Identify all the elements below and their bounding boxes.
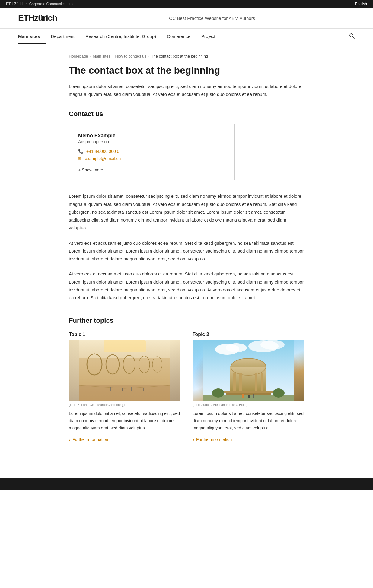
logo-eth: ETH [18,13,34,23]
contact-phone-number: +41 44/000 000 0 [86,149,119,154]
topic-1-caption: (ETH Zürich / Gian Marco Castelberg) [69,403,180,407]
nav-item-research[interactable]: Research (Centre, Institute, Group) [80,30,161,44]
breadcrumb-sep-2: › [112,55,113,58]
topbar: ETH Zürich › Corporate Communications En… [0,0,373,8]
breadcrumb-sep-3: › [148,55,149,58]
site-footer [0,478,373,490]
svg-point-33 [273,388,285,398]
svg-rect-27 [255,373,257,391]
svg-point-19 [226,343,247,352]
further-topics-heading: Further topics [69,317,304,325]
svg-point-32 [212,388,224,398]
svg-rect-13 [122,388,123,391]
body-paragraph-2: At vero eos et accusam et justo duo dolo… [69,239,304,263]
breadcrumb-current: The contact box at the beginning [151,54,208,58]
svg-point-21 [260,340,285,350]
show-more-button[interactable]: + Show more [78,168,103,172]
svg-rect-36 [253,394,254,398]
email-icon: ✉ [78,156,82,161]
topbar-separator: › [26,2,27,6]
further-topics-section: Further topics Topic 1 [69,317,304,442]
breadcrumb-sep-1: › [90,55,91,58]
topbar-site[interactable]: ETH Zürich [6,2,24,6]
site-subtitle: CC Best Practice Website for AEM Authors [69,16,355,21]
contact-section-heading: Contact us [69,110,304,118]
svg-rect-16 [104,340,146,352]
svg-rect-15 [143,388,144,391]
topic-2: Topic 2 [193,332,304,442]
topics-grid: Topic 1 [69,332,304,442]
breadcrumb-home[interactable]: Homepage [69,54,88,58]
main-nav: Main sites Department Research (Centre, … [0,29,373,45]
body-paragraph-3: At vero eos et accusam et justo duo dolo… [69,270,304,302]
main-content: Homepage › Main sites › How to contact u… [51,45,322,460]
topic-2-further-info-label: Further information [196,437,232,442]
contact-role: Ansprechperson [78,139,225,144]
breadcrumb-how-to-contact[interactable]: How to contact us [115,54,146,58]
breadcrumb-main-sites[interactable]: Main sites [93,54,110,58]
topic-2-further-info-link[interactable]: Further information [193,437,304,442]
svg-rect-12 [110,387,111,391]
topic-1-further-info-link[interactable]: Further information [69,437,180,442]
breadcrumb: Homepage › Main sites › How to contact u… [69,54,304,58]
svg-line-1 [353,37,355,39]
site-header: ETHzürich CC Best Practice Website for A… [0,8,373,29]
topic-1-further-info-label: Further information [72,437,108,442]
topbar-section[interactable]: Corporate Communications [29,2,73,6]
topic-2-text: Lorem ipsum dolor sit amet, consetetur s… [193,410,304,432]
topic-1-image [69,340,180,401]
nav-items: Main sites Department Research (Centre, … [18,30,349,44]
svg-rect-9 [79,385,170,401]
logo-zurich: zürich [34,13,57,23]
svg-rect-29 [224,391,273,393]
contact-phone[interactable]: 📞 +41 44/000 000 0 [78,149,225,154]
nav-item-main-sites[interactable]: Main sites [18,30,46,44]
svg-rect-35 [248,395,250,398]
body-paragraph-1: Lorem ipsum dolor sit amet, consetetur s… [69,192,304,232]
svg-rect-25 [233,373,236,391]
nav-item-department[interactable]: Department [46,30,80,44]
contact-email[interactable]: ✉ example@email.ch [78,156,225,161]
topic-1: Topic 1 [69,332,180,442]
svg-rect-28 [261,373,263,391]
svg-rect-26 [239,373,242,391]
topic-2-image-container [193,340,304,401]
topic-2-caption: (ETH Zürich / Alessandro Della Bella) [193,403,304,407]
topbar-breadcrumb: ETH Zürich › Corporate Communications [6,2,73,6]
svg-rect-34 [242,394,244,398]
intro-text: Lorem ipsum dolor sit amet, consetetur s… [69,83,304,98]
phone-icon: 📞 [78,149,83,154]
contact-name: Memo Example [78,133,225,139]
contact-email-address: example@email.ch [85,156,121,161]
topic-2-image [193,340,304,401]
topic-1-image-container [69,340,180,401]
site-logo[interactable]: ETHzürich [18,13,57,23]
nav-item-project[interactable]: Project [196,30,221,44]
language-switcher[interactable]: English [355,2,367,6]
topic-2-title: Topic 2 [193,332,304,337]
nav-item-conference[interactable]: Conference [161,30,196,44]
page-title: The contact box at the beginning [69,64,304,76]
contact-card: Memo Example Ansprechperson 📞 +41 44/000… [69,124,235,180]
svg-rect-14 [131,387,132,391]
topic-1-text: Lorem ipsum dolor sit amet, consetetur s… [69,410,180,432]
search-icon[interactable] [349,29,355,45]
topic-1-title: Topic 1 [69,332,180,337]
